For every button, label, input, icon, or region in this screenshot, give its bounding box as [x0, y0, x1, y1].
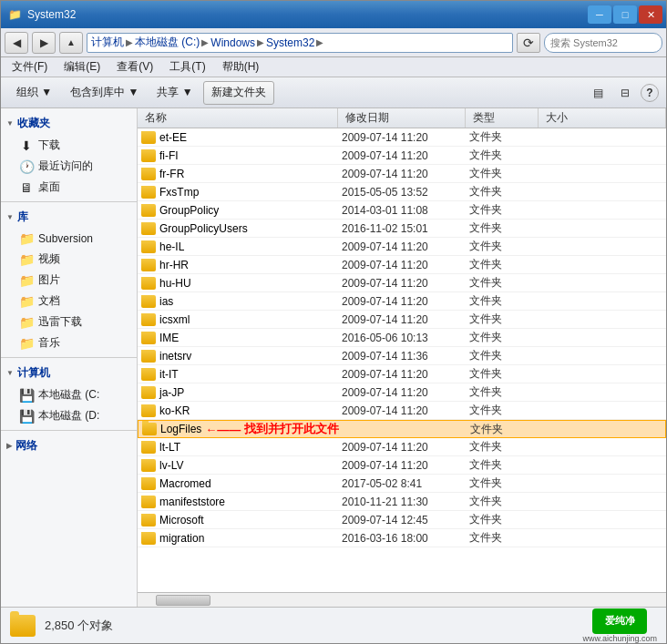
- table-row[interactable]: GroupPolicy2014-03-01 11:08文件夹: [138, 201, 666, 220]
- search-input[interactable]: [550, 37, 667, 48]
- table-row[interactable]: lt-LT2009-07-14 11:20文件夹: [138, 438, 666, 456]
- table-row[interactable]: FxsTmp2015-05-05 13:52文件夹: [138, 183, 666, 201]
- table-row[interactable]: manifeststore2010-11-21 11:30文件夹: [138, 493, 666, 511]
- breadcrumb-computer[interactable]: 计算机: [91, 35, 124, 50]
- table-row[interactable]: icsxml2009-07-14 11:20文件夹: [138, 311, 666, 329]
- folder-icon: [141, 277, 156, 290]
- scrollbar-thumb[interactable]: [156, 595, 210, 606]
- table-row[interactable]: fi-FI2009-07-14 11:20文件夹: [138, 147, 666, 165]
- new-folder-button[interactable]: 新建文件夹: [203, 81, 274, 105]
- column-header-type[interactable]: 类型: [466, 108, 539, 128]
- table-row[interactable]: hu-HU2009-07-14 11:20文件夹: [138, 274, 666, 292]
- menu-file[interactable]: 文件(F): [5, 57, 55, 77]
- recent-icon: 🕐: [19, 159, 34, 174]
- table-row[interactable]: Microsoft2009-07-14 12:45文件夹: [138, 511, 666, 529]
- share-button[interactable]: 共享 ▼: [149, 81, 200, 105]
- table-row[interactable]: he-IL2009-07-14 11:20文件夹: [138, 238, 666, 256]
- file-type-cell: 文件夹: [466, 403, 539, 418]
- close-button[interactable]: ✕: [639, 5, 662, 24]
- file-name-label: migration: [159, 532, 204, 545]
- sidebar-item-recent[interactable]: 🕐 最近访问的: [1, 156, 137, 177]
- file-name-cell: icsxml: [138, 313, 338, 326]
- table-row[interactable]: migration2016-03-16 18:00文件夹: [138, 529, 666, 547]
- sidebar-section-library[interactable]: ▼ 库: [1, 206, 137, 229]
- sidebar-item-video[interactable]: 📁 视频: [1, 249, 137, 270]
- sidebar-item-pictures[interactable]: 📁 图片: [1, 270, 137, 291]
- table-row[interactable]: et-EE2009-07-14 11:20文件夹: [138, 128, 666, 147]
- folder-icon: [141, 204, 156, 217]
- breadcrumb-system32[interactable]: System32: [266, 36, 314, 49]
- library-button[interactable]: 包含到库中 ▼: [62, 81, 147, 105]
- sidebar-section-favorites-label: 收藏夹: [17, 116, 50, 131]
- file-type-cell: 文件夹: [466, 330, 539, 345]
- file-name-cell: he-IL: [138, 240, 338, 253]
- file-name-label: fr-FR: [159, 168, 184, 180]
- watermark: 爱纯净 www.aichunjing.com: [582, 608, 657, 643]
- up-button[interactable]: ▲: [59, 32, 83, 54]
- file-name-label: FxsTmp: [159, 186, 199, 199]
- sidebar-item-drive-d[interactable]: 💾 本地磁盘 (D:: [1, 405, 137, 426]
- sidebar-label-thunder: 迅雷下载: [38, 314, 82, 330]
- file-type-cell: 文件夹: [466, 312, 539, 327]
- folder-icon: [141, 477, 156, 490]
- horizontal-scrollbar[interactable]: [138, 592, 666, 607]
- help-button[interactable]: ?: [641, 84, 659, 102]
- column-header-name[interactable]: 名称: [138, 108, 338, 128]
- sidebar-item-music[interactable]: 📁 音乐: [1, 332, 137, 353]
- sidebar-item-subversion[interactable]: 📁 Subversion: [1, 229, 137, 249]
- sidebar-item-desktop[interactable]: 🖥 桌面: [1, 177, 137, 198]
- table-row[interactable]: ko-KR2009-07-14 11:20文件夹: [138, 402, 666, 420]
- table-row[interactable]: Macromed2017-05-02 8:41文件夹: [138, 475, 666, 493]
- table-row[interactable]: ias2009-07-14 11:20文件夹: [138, 292, 666, 311]
- menu-edit[interactable]: 编辑(E): [56, 57, 108, 77]
- menu-view[interactable]: 查看(V): [109, 57, 160, 77]
- folder-icon: [141, 404, 156, 417]
- view-toggle-button[interactable]: ▤: [586, 83, 610, 103]
- folder-icon: [141, 332, 156, 344]
- minimize-button[interactable]: ─: [588, 5, 611, 24]
- table-row[interactable]: fr-FR2009-07-14 11:20文件夹: [138, 165, 666, 183]
- back-button[interactable]: ◀: [5, 32, 28, 54]
- drive-c-icon: 💾: [19, 388, 34, 403]
- folder-icon-video: 📁: [19, 252, 34, 267]
- file-type-cell: 文件夹: [466, 148, 539, 163]
- file-date-cell: 2009-07-14 11:20: [338, 386, 466, 399]
- table-row[interactable]: hr-HR2009-07-14 11:20文件夹: [138, 256, 666, 274]
- table-row[interactable]: it-IT2009-07-14 11:20文件夹: [138, 365, 666, 383]
- sidebar-item-docs[interactable]: 📁 文档: [1, 291, 137, 312]
- window-title: System32: [27, 8, 76, 21]
- table-row[interactable]: ja-JP2009-07-14 11:20文件夹: [138, 383, 666, 402]
- table-row[interactable]: LogFiles ←——找到并打开此文件夹文件夹: [138, 420, 666, 438]
- sidebar-section-favorites[interactable]: ▼ 收藏夹: [1, 112, 137, 135]
- maximize-button[interactable]: □: [613, 5, 637, 24]
- sidebar-item-download[interactable]: ⬇ 下载: [1, 135, 137, 156]
- folder-icon: [141, 350, 156, 363]
- sidebar-section-network[interactable]: ▶ 网络: [1, 434, 137, 457]
- breadcrumb-windows[interactable]: Windows: [210, 36, 255, 49]
- forward-button[interactable]: ▶: [32, 32, 56, 54]
- sidebar-item-thunder[interactable]: 📁 迅雷下载: [1, 312, 137, 332]
- folder-icon-thunder: 📁: [19, 315, 34, 330]
- refresh-button[interactable]: ⟳: [517, 33, 540, 53]
- table-row[interactable]: GroupPolicyUsers2016-11-02 15:01文件夹: [138, 220, 666, 238]
- view-toggle-button2[interactable]: ⊟: [613, 83, 637, 103]
- folder-icon: [141, 259, 156, 271]
- search-box[interactable]: 🔍: [544, 33, 662, 53]
- menu-help[interactable]: 帮助(H): [215, 57, 267, 77]
- file-list-container: 名称 修改日期 类型 大小 et-EE2009-07-14 11:20文件夹fi…: [138, 108, 666, 607]
- menu-tools[interactable]: 工具(T): [162, 57, 212, 77]
- file-name-label: hr-HR: [159, 259, 189, 271]
- sidebar-item-drive-c[interactable]: 💾 本地磁盘 (C:: [1, 384, 137, 405]
- table-row[interactable]: lv-LV2009-07-14 11:20文件夹: [138, 456, 666, 475]
- sidebar-section-computer-label: 计算机: [17, 365, 50, 381]
- table-row[interactable]: IME2016-05-06 10:13文件夹: [138, 329, 666, 347]
- column-header-size[interactable]: 大小: [539, 108, 666, 128]
- address-path[interactable]: 计算机 ▶ 本地磁盘 (C:) ▶ Windows ▶ System32 ▶: [87, 33, 513, 53]
- organize-button[interactable]: 组织 ▼: [8, 81, 60, 105]
- watermark-logo-text: 爱纯净: [605, 614, 635, 628]
- table-row[interactable]: inetsrv2009-07-14 11:36文件夹: [138, 347, 666, 365]
- breadcrumb-drive-c[interactable]: 本地磁盘 (C:): [135, 35, 200, 50]
- file-type-cell: 文件夹: [466, 129, 539, 145]
- column-header-date[interactable]: 修改日期: [338, 108, 466, 128]
- sidebar-section-computer[interactable]: ▼ 计算机: [1, 362, 137, 384]
